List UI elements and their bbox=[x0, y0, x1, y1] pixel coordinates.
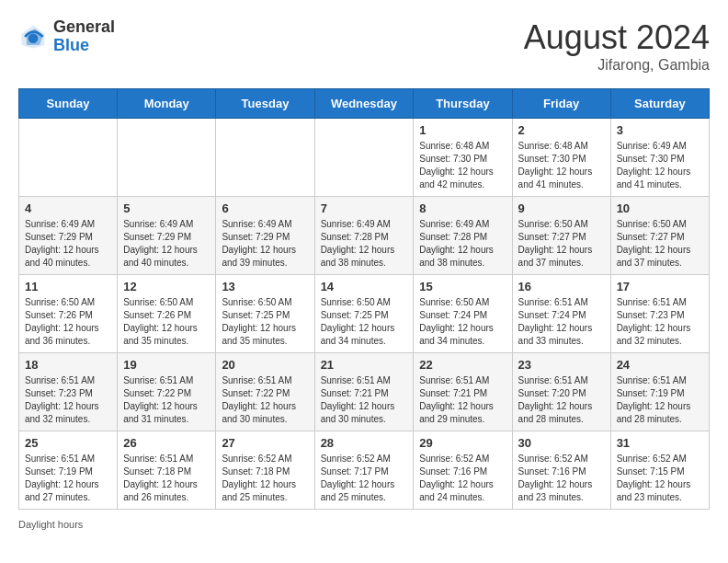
calendar-cell: 16Sunrise: 6:51 AM Sunset: 7:24 PM Dayli… bbox=[512, 275, 610, 353]
calendar-cell: 31Sunrise: 6:52 AM Sunset: 7:15 PM Dayli… bbox=[610, 431, 709, 510]
day-info: Sunrise: 6:51 AM Sunset: 7:22 PM Dayligh… bbox=[222, 374, 308, 426]
calendar-cell: 5Sunrise: 6:49 AM Sunset: 7:29 PM Daylig… bbox=[118, 197, 216, 275]
day-info: Sunrise: 6:52 AM Sunset: 7:16 PM Dayligh… bbox=[419, 453, 506, 504]
day-number: 29 bbox=[419, 436, 506, 450]
weekday-header-row: SundayMondayTuesdayWednesdayThursdayFrid… bbox=[19, 89, 710, 119]
day-number: 25 bbox=[25, 436, 111, 450]
day-number: 19 bbox=[123, 358, 210, 372]
day-number: 22 bbox=[419, 358, 506, 372]
day-number: 5 bbox=[123, 201, 210, 215]
calendar-cell bbox=[19, 119, 118, 197]
day-info: Sunrise: 6:51 AM Sunset: 7:19 PM Dayligh… bbox=[25, 453, 111, 504]
day-info: Sunrise: 6:52 AM Sunset: 7:17 PM Dayligh… bbox=[321, 453, 408, 504]
calendar-cell: 26Sunrise: 6:51 AM Sunset: 7:18 PM Dayli… bbox=[118, 431, 216, 510]
day-number: 16 bbox=[518, 280, 605, 293]
day-number: 7 bbox=[321, 201, 408, 215]
day-number: 3 bbox=[617, 123, 703, 137]
day-info: Sunrise: 6:51 AM Sunset: 7:20 PM Dayligh… bbox=[518, 374, 605, 426]
day-info: Sunrise: 6:50 AM Sunset: 7:24 PM Dayligh… bbox=[419, 296, 506, 348]
day-info: Sunrise: 6:51 AM Sunset: 7:21 PM Dayligh… bbox=[321, 374, 408, 426]
calendar-week-row: 25Sunrise: 6:51 AM Sunset: 7:19 PM Dayli… bbox=[19, 431, 710, 510]
day-number: 28 bbox=[321, 436, 408, 450]
day-info: Sunrise: 6:48 AM Sunset: 7:30 PM Dayligh… bbox=[419, 140, 506, 191]
calendar-cell: 30Sunrise: 6:52 AM Sunset: 7:16 PM Dayli… bbox=[512, 431, 610, 510]
day-number: 31 bbox=[617, 436, 703, 450]
day-info: Sunrise: 6:49 AM Sunset: 7:29 PM Dayligh… bbox=[222, 218, 308, 270]
day-info: Sunrise: 6:52 AM Sunset: 7:15 PM Dayligh… bbox=[617, 453, 703, 504]
day-info: Sunrise: 6:51 AM Sunset: 7:22 PM Dayligh… bbox=[123, 374, 210, 426]
logo: General Blue bbox=[18, 18, 115, 55]
weekday-header: Thursday bbox=[414, 89, 512, 119]
calendar-cell: 24Sunrise: 6:51 AM Sunset: 7:19 PM Dayli… bbox=[610, 353, 709, 431]
calendar-cell: 20Sunrise: 6:51 AM Sunset: 7:22 PM Dayli… bbox=[216, 353, 314, 431]
calendar-cell: 27Sunrise: 6:52 AM Sunset: 7:18 PM Dayli… bbox=[216, 431, 314, 510]
calendar-cell: 4Sunrise: 6:49 AM Sunset: 7:29 PM Daylig… bbox=[19, 197, 118, 275]
day-number: 1 bbox=[419, 123, 506, 137]
day-info: Sunrise: 6:50 AM Sunset: 7:25 PM Dayligh… bbox=[321, 296, 408, 348]
logo-text: General Blue bbox=[53, 18, 115, 55]
calendar-table: SundayMondayTuesdayWednesdayThursdayFrid… bbox=[18, 88, 710, 510]
day-info: Sunrise: 6:50 AM Sunset: 7:26 PM Dayligh… bbox=[123, 296, 210, 348]
calendar-cell: 17Sunrise: 6:51 AM Sunset: 7:23 PM Dayli… bbox=[610, 275, 709, 353]
day-number: 8 bbox=[419, 201, 506, 215]
day-info: Sunrise: 6:51 AM Sunset: 7:23 PM Dayligh… bbox=[25, 374, 111, 426]
day-number: 10 bbox=[617, 201, 703, 215]
calendar-cell: 22Sunrise: 6:51 AM Sunset: 7:21 PM Dayli… bbox=[414, 353, 512, 431]
day-info: Sunrise: 6:50 AM Sunset: 7:26 PM Dayligh… bbox=[25, 296, 111, 348]
day-number: 30 bbox=[518, 436, 605, 450]
day-info: Sunrise: 6:51 AM Sunset: 7:18 PM Dayligh… bbox=[123, 453, 210, 504]
calendar-cell bbox=[314, 119, 414, 197]
calendar-cell bbox=[118, 119, 216, 197]
day-number: 13 bbox=[222, 280, 308, 293]
day-info: Sunrise: 6:50 AM Sunset: 7:27 PM Dayligh… bbox=[617, 218, 703, 270]
calendar-cell: 25Sunrise: 6:51 AM Sunset: 7:19 PM Dayli… bbox=[19, 431, 118, 510]
day-number: 9 bbox=[518, 201, 605, 215]
day-number: 21 bbox=[321, 358, 408, 372]
weekday-header: Sunday bbox=[19, 89, 118, 119]
day-number: 12 bbox=[123, 280, 210, 293]
day-info: Sunrise: 6:49 AM Sunset: 7:30 PM Dayligh… bbox=[617, 140, 703, 191]
day-number: 27 bbox=[222, 436, 308, 450]
weekday-header: Monday bbox=[118, 89, 216, 119]
weekday-header: Saturday bbox=[610, 89, 709, 119]
calendar-cell: 6Sunrise: 6:49 AM Sunset: 7:29 PM Daylig… bbox=[216, 197, 314, 275]
day-info: Sunrise: 6:51 AM Sunset: 7:21 PM Dayligh… bbox=[419, 374, 506, 426]
day-number: 24 bbox=[617, 358, 703, 372]
day-number: 17 bbox=[617, 280, 703, 293]
day-info: Sunrise: 6:49 AM Sunset: 7:29 PM Dayligh… bbox=[123, 218, 210, 270]
calendar-cell: 13Sunrise: 6:50 AM Sunset: 7:25 PM Dayli… bbox=[216, 275, 314, 353]
calendar-cell: 23Sunrise: 6:51 AM Sunset: 7:20 PM Dayli… bbox=[512, 353, 610, 431]
calendar-cell: 14Sunrise: 6:50 AM Sunset: 7:25 PM Dayli… bbox=[314, 275, 414, 353]
weekday-header: Tuesday bbox=[216, 89, 314, 119]
day-number: 6 bbox=[222, 201, 308, 215]
day-number: 11 bbox=[25, 280, 111, 293]
calendar-week-row: 4Sunrise: 6:49 AM Sunset: 7:29 PM Daylig… bbox=[19, 197, 710, 275]
day-number: 14 bbox=[321, 280, 408, 293]
day-number: 2 bbox=[518, 123, 605, 137]
page-header: General Blue August 2024 Jifarong, Gambi… bbox=[18, 18, 710, 74]
calendar-week-row: 18Sunrise: 6:51 AM Sunset: 7:23 PM Dayli… bbox=[19, 353, 710, 431]
calendar-cell: 3Sunrise: 6:49 AM Sunset: 7:30 PM Daylig… bbox=[610, 119, 709, 197]
location: Jifarong, Gambia bbox=[524, 57, 710, 74]
calendar-cell: 7Sunrise: 6:49 AM Sunset: 7:28 PM Daylig… bbox=[314, 197, 414, 275]
footer-note: Daylight hours bbox=[18, 519, 710, 530]
calendar-cell: 19Sunrise: 6:51 AM Sunset: 7:22 PM Dayli… bbox=[118, 353, 216, 431]
calendar-week-row: 1Sunrise: 6:48 AM Sunset: 7:30 PM Daylig… bbox=[19, 119, 710, 197]
calendar-cell: 15Sunrise: 6:50 AM Sunset: 7:24 PM Dayli… bbox=[414, 275, 512, 353]
day-info: Sunrise: 6:50 AM Sunset: 7:27 PM Dayligh… bbox=[518, 218, 605, 270]
calendar-cell: 21Sunrise: 6:51 AM Sunset: 7:21 PM Dayli… bbox=[314, 353, 414, 431]
day-number: 26 bbox=[123, 436, 210, 450]
day-info: Sunrise: 6:52 AM Sunset: 7:16 PM Dayligh… bbox=[518, 453, 605, 504]
calendar-cell: 10Sunrise: 6:50 AM Sunset: 7:27 PM Dayli… bbox=[610, 197, 709, 275]
day-number: 15 bbox=[419, 280, 506, 293]
day-number: 4 bbox=[25, 201, 111, 215]
svg-point-2 bbox=[28, 33, 39, 43]
day-info: Sunrise: 6:51 AM Sunset: 7:19 PM Dayligh… bbox=[617, 374, 703, 426]
day-info: Sunrise: 6:51 AM Sunset: 7:23 PM Dayligh… bbox=[617, 296, 703, 348]
logo-icon bbox=[18, 22, 48, 52]
day-info: Sunrise: 6:49 AM Sunset: 7:28 PM Dayligh… bbox=[419, 218, 506, 270]
day-info: Sunrise: 6:52 AM Sunset: 7:18 PM Dayligh… bbox=[222, 453, 308, 504]
day-number: 20 bbox=[222, 358, 308, 372]
calendar-cell: 1Sunrise: 6:48 AM Sunset: 7:30 PM Daylig… bbox=[414, 119, 512, 197]
calendar-cell: 28Sunrise: 6:52 AM Sunset: 7:17 PM Dayli… bbox=[314, 431, 414, 510]
